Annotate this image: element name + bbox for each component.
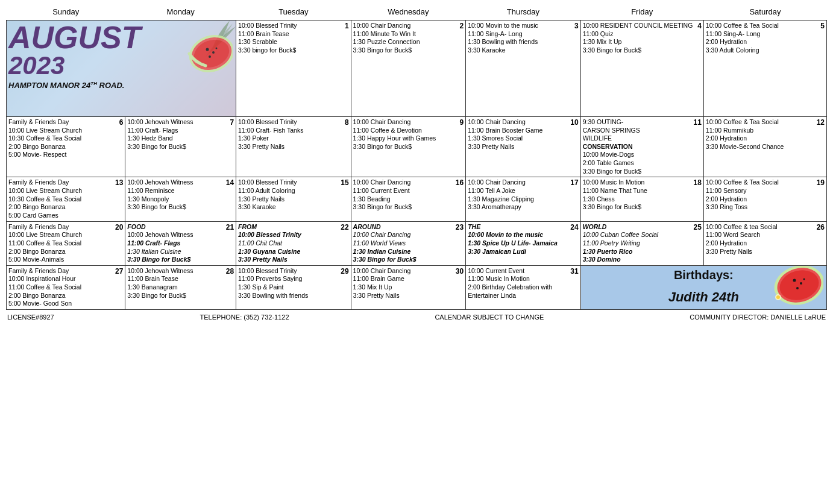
event: 11:00 Brain Tease — [238, 30, 349, 39]
event: 3:30 Bingo for Buck$ — [583, 168, 702, 176]
day-number-15: 15 — [341, 178, 348, 188]
day-number-25: 25 — [693, 223, 701, 233]
birthdays-cell: Birthdays: Judith 24th — [580, 265, 826, 309]
day-number-3: 3 — [574, 22, 579, 31]
event: 10:00 Jehovah Witness — [127, 118, 234, 127]
day-number-19: 19 — [817, 178, 825, 188]
event: 1:30 Puzzle Connection — [353, 38, 464, 46]
event-bold: 1:30 Spice Up U Life- Jamaica — [468, 239, 579, 248]
week-row-2: 6 Family & Friends Day 10:00 Live Stream… — [7, 116, 827, 177]
event: 11:00 Rummikub — [706, 127, 825, 135]
event: 1:30 Bowling with friends — [468, 38, 579, 46]
event: 3:30 Karaoke — [238, 203, 349, 212]
day-28: 28 10:00 Jehovah Witness 11:00 Brain Tea… — [125, 265, 236, 309]
event: 5:00 Movie-Animals — [8, 256, 123, 264]
calendar-table: Sunday Monday Tuesday Wednesday Thursday… — [6, 5, 827, 310]
day-number-27: 27 — [115, 267, 123, 277]
day-number-14: 14 — [226, 178, 234, 188]
event: 1:30 Poker — [238, 134, 349, 143]
day-number-22: 22 — [341, 223, 348, 233]
august-header-cell: AUGUST 2023 HAMPTON MANOR 24TH ROAD. — [7, 20, 236, 116]
event: 2:00 Bingo Bonanza — [8, 143, 123, 151]
event: 10:00 Live Stream Church — [8, 127, 123, 135]
day-19: 19 10:00 Coffee & Tea Social 11:00 Senso… — [703, 177, 826, 221]
event: 11:00 Sing-A- Long — [468, 30, 579, 39]
event-bold: 3:30 Bingo for Buck$ — [353, 256, 464, 264]
col-friday: Friday — [580, 5, 703, 20]
day-number-7: 7 — [230, 118, 234, 128]
day-9: 9 10:00 Chair Dancing 11:00 Coffee & Dev… — [351, 116, 466, 177]
day-14: 14 10:00 Jehovah Witness 11:00 Reminisce… — [125, 177, 236, 221]
day-4: 4 10:00 RESIDENT COUNCIL MEETING 11:00 Q… — [580, 20, 703, 116]
event: 3:30 Bingo for Buck$ — [127, 143, 234, 151]
event: 10:00 Live Stream Church — [8, 187, 123, 195]
event: 1:30 Mix It Up — [353, 283, 464, 292]
svg-point-15 — [776, 295, 780, 299]
svg-point-13 — [803, 278, 805, 280]
event: 3:30 Bingo for Buck$ — [127, 203, 234, 212]
event: 11:00 Coffee & Devotion — [353, 127, 464, 135]
event: 3:30 Pretty Nails — [238, 143, 349, 151]
event-bold: 1:30 Guyana Cuisine — [238, 248, 349, 256]
day-25: 25 WORLD 10:00 Cuban Coffee Social 11:00… — [580, 221, 703, 265]
event: 3:30 Karaoke — [468, 46, 579, 55]
event: 3:30 Bingo for Buck$ — [353, 46, 464, 55]
event: 11:00 Tell A Joke — [468, 187, 579, 195]
event: 10:00 Blessed Trinity — [238, 22, 349, 30]
svg-point-4 — [212, 51, 215, 54]
day-21: 21 FOOD 10:00 Jehovah Witness 11:00 Craf… — [125, 221, 236, 265]
svg-point-6 — [216, 47, 218, 49]
event: 11:00 Current Event — [353, 187, 464, 195]
footer-calendar-note: CALENDAR SUBJECT TO CHANGE — [435, 313, 544, 321]
event: 10:00 Chair Dancing — [468, 178, 579, 187]
day-16: 16 10:00 Chair Dancing 11:00 Current Eve… — [351, 177, 466, 221]
event: 2:00 Table Games — [583, 159, 702, 168]
day-number-5: 5 — [820, 22, 825, 31]
event: 10:00 Coffee & Tea Social — [706, 22, 825, 30]
event: 3:30 Adult Coloring — [706, 46, 825, 55]
watermelon-bday-icon — [763, 265, 823, 306]
event: Family & Friends Day — [8, 267, 123, 276]
header-row: Sunday Monday Tuesday Wednesday Thursday… — [7, 5, 827, 20]
event: 2:00 Hydration — [706, 38, 825, 46]
day-23: 23 AROUND 10:00 Chair Dancing 11:00 Worl… — [351, 221, 466, 265]
event: 2:00 Hydration — [706, 239, 825, 248]
event: 1:30 Hedz Band — [127, 134, 234, 143]
event-bold: 3:30 Bingo for Buck$ — [127, 256, 234, 264]
event: 1:30 Happy Hour with Games — [353, 134, 464, 143]
event: Family & Friends Day — [8, 118, 123, 127]
event: 10:00 Blessed Trinity — [238, 118, 349, 127]
event-bold: 11:00 Craft- Flags — [127, 239, 234, 248]
event: 10:00 Jehovah Witness — [127, 231, 234, 239]
day-number-13: 13 — [115, 178, 123, 188]
food-theme-word-1: FOOD — [127, 223, 234, 232]
event: 10:00 Chair Dancing — [353, 22, 464, 30]
event-italic: 10:00 Cuban Coffee Social — [583, 231, 702, 239]
footer-license: LICENSE#8927 — [7, 313, 54, 321]
day-6: 6 Family & Friends Day 10:00 Live Stream… — [7, 116, 125, 177]
event: 11:00 Reminisce — [127, 187, 234, 195]
event: 1:30 Smores Social — [468, 134, 579, 143]
event: 3:30 Bingo for Buck$ — [353, 143, 464, 151]
event: 11:00 Name That Tune — [583, 187, 702, 195]
event: 10:00 Live Stream Church — [8, 231, 123, 239]
week-row-3: 13 Family & Friends Day 10:00 Live Strea… — [7, 177, 827, 221]
event: 3:30 Pretty Nails — [353, 292, 464, 300]
event: 11:00 Brain Tease — [127, 275, 234, 283]
event: 11:00 Coffee & Tea Social — [8, 239, 123, 248]
event: 11:00 Craft- Fish Tanks — [238, 127, 349, 135]
event: 3:30 Bingo for Buck$ — [127, 292, 234, 300]
event: 10:30 Coffee & Tea Social — [8, 134, 123, 143]
event: 11:00 Brain Game — [353, 275, 464, 283]
event: 11:00 Word Search — [706, 231, 825, 239]
event: 1:30 Monopoly — [127, 195, 234, 204]
day-number-23: 23 — [456, 223, 464, 233]
event: 11:00 Music In Motion — [468, 275, 579, 283]
day-5: 5 10:00 Coffee & Tea Social 11:00 Sing-A… — [703, 20, 826, 116]
event-bold: 10:00 Movin to the music — [468, 231, 579, 239]
day-number-21: 21 — [226, 223, 234, 233]
event: 2:00 Birthday Celebration with Entertain… — [468, 283, 579, 300]
event: 5:00 Movie- Respect — [8, 151, 123, 159]
event: 1:30 Bananagram — [127, 283, 234, 292]
event-italic: 10:00 Chair Dancing — [353, 231, 464, 239]
